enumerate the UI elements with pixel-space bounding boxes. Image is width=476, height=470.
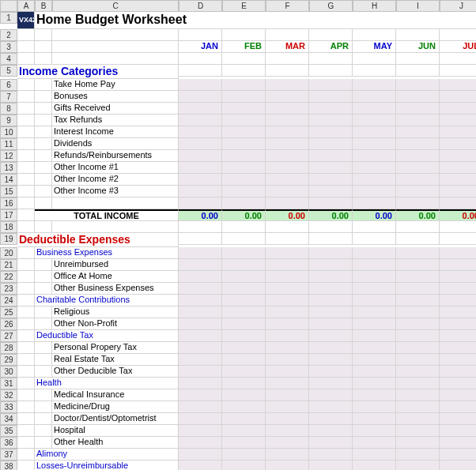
cell[interactable] bbox=[179, 330, 222, 342]
cell[interactable] bbox=[52, 197, 179, 209]
cell[interactable] bbox=[179, 295, 222, 306]
cell[interactable] bbox=[440, 150, 476, 162]
cell[interactable] bbox=[35, 354, 52, 366]
cell[interactable] bbox=[179, 162, 222, 174]
cell[interactable] bbox=[179, 283, 222, 295]
cell[interactable] bbox=[309, 401, 353, 413]
cell[interactable] bbox=[440, 174, 476, 186]
cell[interactable] bbox=[266, 295, 309, 306]
cell[interactable] bbox=[396, 247, 440, 259]
cell[interactable] bbox=[440, 247, 476, 259]
cell[interactable] bbox=[353, 283, 396, 295]
row-header[interactable]: 12 bbox=[0, 150, 17, 162]
cell[interactable] bbox=[222, 330, 266, 342]
cell[interactable] bbox=[52, 53, 179, 65]
cell[interactable] bbox=[353, 150, 396, 162]
income-item[interactable]: Other Income #1 bbox=[52, 162, 179, 174]
cell[interactable] bbox=[17, 115, 35, 126]
cell[interactable] bbox=[440, 295, 476, 306]
cell[interactable] bbox=[17, 103, 35, 115]
cell[interactable] bbox=[353, 197, 396, 209]
cell[interactable] bbox=[309, 174, 353, 186]
cell[interactable] bbox=[440, 221, 476, 233]
cell[interactable] bbox=[266, 162, 309, 174]
cell[interactable] bbox=[17, 53, 35, 65]
total-value[interactable]: 0.00 bbox=[440, 209, 476, 221]
expense-item[interactable]: Real Estate Tax bbox=[52, 354, 179, 366]
cell[interactable] bbox=[222, 233, 266, 245]
income-item[interactable]: Tax Refunds bbox=[52, 115, 179, 126]
cell[interactable] bbox=[309, 413, 353, 425]
cell[interactable] bbox=[35, 150, 52, 162]
row-header[interactable]: 11 bbox=[0, 138, 17, 150]
expense-item[interactable]: Other Deducible Tax bbox=[52, 366, 179, 378]
cell[interactable] bbox=[179, 186, 222, 197]
cell[interactable] bbox=[266, 318, 309, 330]
cell[interactable] bbox=[266, 53, 309, 65]
cell[interactable] bbox=[266, 103, 309, 115]
cell[interactable] bbox=[353, 366, 396, 378]
cell[interactable] bbox=[309, 437, 353, 449]
col-header[interactable]: F bbox=[266, 0, 309, 12]
cell[interactable] bbox=[266, 449, 309, 461]
cell[interactable] bbox=[396, 221, 440, 233]
cell[interactable] bbox=[396, 295, 440, 306]
spreadsheet-grid[interactable]: ABCDEFGHIJ1VX42Home Budget Worksheet23JA… bbox=[0, 0, 476, 470]
total-value[interactable]: 0.00 bbox=[396, 209, 440, 221]
cell[interactable] bbox=[17, 174, 35, 186]
cell[interactable] bbox=[309, 330, 353, 342]
cell[interactable] bbox=[222, 138, 266, 150]
cell[interactable] bbox=[440, 389, 476, 401]
cell[interactable] bbox=[309, 53, 353, 65]
cell[interactable] bbox=[309, 162, 353, 174]
cell[interactable] bbox=[396, 91, 440, 103]
cell[interactable] bbox=[17, 79, 35, 91]
cell[interactable] bbox=[266, 389, 309, 401]
expense-item[interactable]: Medicine/Drug bbox=[52, 401, 179, 413]
month-header[interactable]: JUN bbox=[396, 41, 440, 53]
cell[interactable] bbox=[309, 91, 353, 103]
cell[interactable] bbox=[309, 342, 353, 354]
cell[interactable] bbox=[309, 221, 353, 233]
cell[interactable] bbox=[266, 461, 309, 470]
cell[interactable] bbox=[35, 342, 52, 354]
income-item[interactable]: Refunds/Reinbursements bbox=[52, 150, 179, 162]
row-header[interactable]: 25 bbox=[0, 306, 17, 318]
cell[interactable] bbox=[353, 295, 396, 306]
total-value[interactable]: 0.00 bbox=[179, 209, 222, 221]
cell[interactable] bbox=[179, 150, 222, 162]
cell[interactable] bbox=[309, 425, 353, 437]
cell[interactable] bbox=[222, 79, 266, 91]
cell[interactable] bbox=[179, 91, 222, 103]
cell[interactable] bbox=[396, 115, 440, 126]
income-item[interactable]: Dividends bbox=[52, 138, 179, 150]
income-item[interactable]: Other Income #2 bbox=[52, 174, 179, 186]
cell[interactable] bbox=[309, 233, 353, 245]
cell[interactable] bbox=[396, 197, 440, 209]
cell[interactable] bbox=[17, 29, 35, 41]
total-value[interactable]: 0.00 bbox=[266, 209, 309, 221]
cell[interactable] bbox=[309, 366, 353, 378]
cell[interactable] bbox=[353, 342, 396, 354]
cell[interactable] bbox=[440, 259, 476, 271]
month-header[interactable]: MAR bbox=[266, 41, 309, 53]
row-header[interactable]: 4 bbox=[0, 53, 17, 65]
cell[interactable] bbox=[222, 174, 266, 186]
cell[interactable] bbox=[353, 115, 396, 126]
cell[interactable] bbox=[222, 318, 266, 330]
cell[interactable] bbox=[222, 342, 266, 354]
corner-cell[interactable] bbox=[0, 0, 17, 12]
cell[interactable] bbox=[309, 150, 353, 162]
cell[interactable] bbox=[353, 162, 396, 174]
cell[interactable] bbox=[440, 342, 476, 354]
cell[interactable] bbox=[440, 449, 476, 461]
cell[interactable] bbox=[440, 126, 476, 138]
expense-group[interactable]: Alimony bbox=[35, 449, 179, 461]
cell[interactable] bbox=[440, 413, 476, 425]
col-header[interactable]: H bbox=[353, 0, 396, 12]
cell[interactable] bbox=[179, 306, 222, 318]
expense-group[interactable]: Health bbox=[35, 378, 179, 389]
cell[interactable] bbox=[353, 65, 396, 77]
cell[interactable] bbox=[353, 221, 396, 233]
cell[interactable] bbox=[396, 461, 440, 470]
